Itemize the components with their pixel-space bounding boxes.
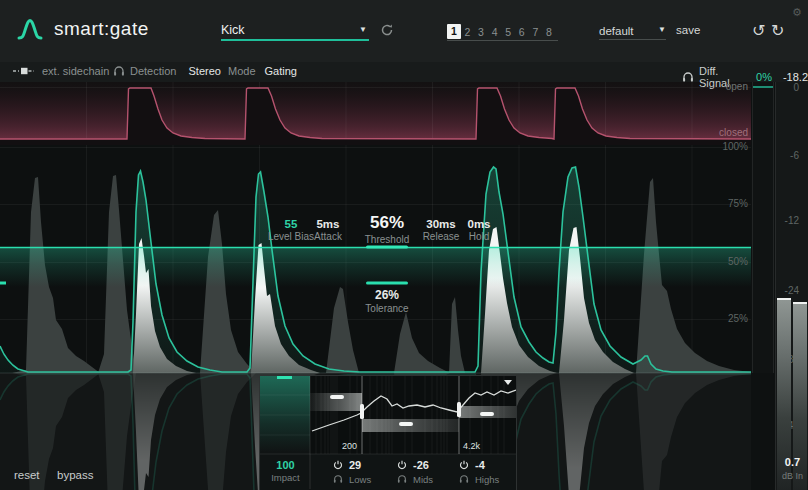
bypass-button[interactable]: bypass: [57, 469, 93, 481]
hold-value[interactable]: 0ms: [467, 218, 490, 230]
headphones-icon[interactable]: [333, 474, 343, 484]
db-tick-0: 0: [775, 82, 799, 93]
mode-control[interactable]: Mode Gating: [228, 65, 297, 77]
undo-icon[interactable]: ↺: [752, 21, 765, 40]
attack-param[interactable]: 5ms Attack: [314, 218, 342, 242]
hold-label: Hold: [467, 231, 490, 242]
input-db-value: 0.7: [776, 456, 808, 468]
preset-name: Kick: [221, 23, 245, 37]
gate-open-level-line: [753, 86, 773, 88]
input-level-meter: 0 -6 -12 -24 -36 -48 0.7 dB In: [775, 82, 808, 490]
crossover-freq-1[interactable]: 200: [342, 441, 357, 451]
mids-gain-value[interactable]: -26: [413, 459, 429, 471]
lows-gain-value[interactable]: 29: [349, 459, 361, 471]
ext-sidechain-toggle[interactable]: ext. sidechain: [13, 65, 109, 77]
impact-value[interactable]: 100: [260, 459, 311, 471]
power-icon[interactable]: [397, 460, 407, 470]
threshold-label: Threshold: [365, 234, 409, 245]
impact-slider-handle[interactable]: [277, 376, 292, 379]
gate-closed-label: closed: [640, 127, 748, 138]
tolerance-label: Tolerance: [365, 303, 408, 314]
settings-gear-icon[interactable]: ⚙: [792, 6, 802, 19]
level-bias-label: Level Bias: [268, 231, 314, 242]
impact-label: Impact: [260, 472, 311, 483]
preset-slot-4[interactable]: 4: [488, 26, 502, 38]
release-param[interactable]: 30ms Release: [423, 218, 460, 242]
threshold-value[interactable]: 56%: [365, 213, 409, 233]
preset-refresh-icon[interactable]: [380, 23, 394, 41]
crossover-handle-2[interactable]: [457, 402, 461, 417]
preset-slot-5[interactable]: 5: [501, 26, 515, 38]
headphones-icon[interactable]: [459, 474, 469, 484]
preset-slot-2[interactable]: 2: [461, 26, 475, 38]
threshold-handle[interactable]: [366, 246, 408, 249]
tolerance-param[interactable]: 26% Tolerance: [365, 288, 408, 314]
pct-label-50: 50%: [640, 256, 748, 267]
preset-slot-8[interactable]: 8: [542, 26, 556, 38]
preset-slot-7[interactable]: 7: [529, 26, 543, 38]
lows-band-label: Lows: [349, 474, 371, 485]
preset-slot-6[interactable]: 6: [515, 26, 529, 38]
tolerance-value[interactable]: 26%: [365, 288, 408, 302]
meter-peak-right: [793, 302, 807, 304]
sidechain-cable-icon: [13, 66, 37, 76]
top-bar: smart:gate Kick ▼ 1 2 3 4 5 6 7 8 defaul…: [0, 0, 808, 62]
chevron-down-icon: ▼: [658, 25, 666, 34]
input-db-unit: dB In: [776, 471, 808, 481]
crossover-handle-1[interactable]: [360, 404, 364, 419]
redo-icon[interactable]: ↻: [771, 21, 784, 40]
impact-column[interactable]: [260, 376, 310, 456]
release-value[interactable]: 30ms: [423, 218, 460, 230]
tolerance-edge-tick: [0, 282, 6, 285]
ext-sidechain-label: ext. sidechain: [42, 65, 109, 77]
pct-label-75: 75%: [640, 198, 748, 209]
mids-band-label: Mids: [413, 474, 433, 485]
mode-label: Mode: [228, 65, 256, 77]
sonible-logo-icon: [17, 17, 43, 41]
preset-select[interactable]: Kick ▼: [221, 20, 369, 41]
envelope-gradient: [0, 82, 751, 139]
gate-open-label: open: [640, 81, 748, 92]
db-tick-12: -12: [775, 215, 799, 226]
smart-gate-plugin-window: { "header": { "app_name": "smart:gate", …: [0, 0, 808, 490]
attack-value[interactable]: 5ms: [314, 218, 342, 230]
tolerance-handle[interactable]: [366, 282, 408, 285]
db-tick-6: -6: [775, 150, 799, 161]
detection-value[interactable]: Stereo: [188, 65, 220, 77]
preset-bank-value: default: [599, 25, 634, 37]
hold-param[interactable]: 0ms Hold: [467, 218, 490, 242]
highs-band-label: Highs: [475, 474, 499, 485]
preset-slot-bar: 1 2 3 4 5 6 7 8: [447, 23, 558, 41]
pct-label-100: 100%: [640, 141, 748, 152]
level-bias-param[interactable]: 55 Level Bias: [268, 218, 314, 242]
preset-slot-3[interactable]: 3: [474, 26, 488, 38]
band-panel: 200 4.2k 100 Impact 29 Lows -26 Mids -4: [259, 375, 517, 490]
threshold-param[interactable]: 56% Threshold: [365, 213, 409, 245]
preset-slot-1[interactable]: 1: [447, 24, 461, 39]
db-tick-24: -24: [775, 285, 799, 296]
chevron-down-icon: ▼: [359, 25, 367, 34]
detection-label: Detection: [130, 65, 176, 77]
meter-peak-left: [777, 298, 791, 300]
headphones-icon[interactable]: [397, 474, 407, 484]
mode-value[interactable]: Gating: [265, 65, 297, 77]
pct-label-25: 25%: [640, 313, 748, 324]
reset-button[interactable]: reset: [14, 469, 40, 481]
mids-band-controls: -26 Mids: [397, 459, 433, 485]
lows-gain-handle[interactable]: [330, 395, 344, 399]
highs-band-controls: -4 Highs: [459, 459, 499, 485]
highs-gain-value[interactable]: -4: [475, 459, 485, 471]
preset-bank-dropdown[interactable]: default ▼: [599, 21, 666, 40]
power-icon[interactable]: [333, 460, 343, 470]
headphones-icon: [113, 65, 125, 77]
mids-gain-handle[interactable]: [399, 422, 413, 426]
lows-band-controls: 29 Lows: [333, 459, 371, 485]
power-icon[interactable]: [459, 460, 469, 470]
highs-gain-handle[interactable]: [480, 412, 494, 416]
detection-control[interactable]: Detection Stereo: [113, 65, 221, 77]
crossover-freq-2[interactable]: 4.2k: [463, 441, 481, 451]
level-bias-value[interactable]: 55: [268, 218, 314, 230]
release-label: Release: [423, 231, 460, 242]
app-title: smart:gate: [54, 18, 149, 40]
save-button[interactable]: save: [676, 24, 700, 36]
